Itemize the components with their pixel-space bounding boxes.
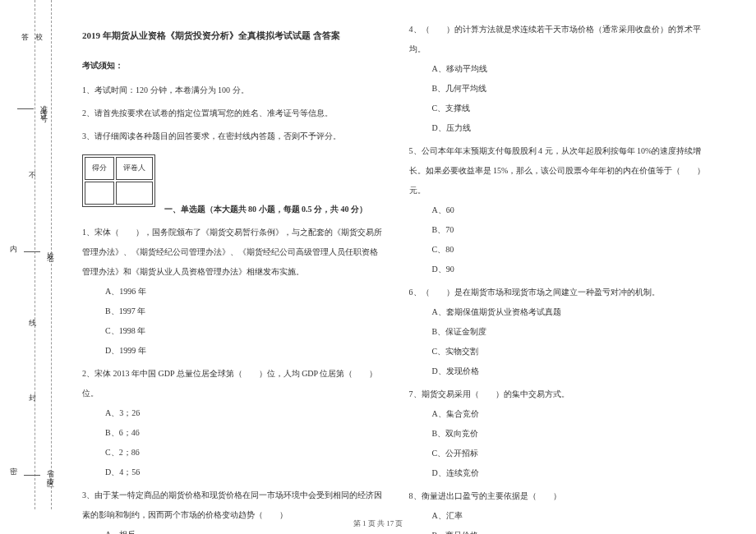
option: C、1998 年 bbox=[82, 321, 385, 341]
option: B、几何平均线 bbox=[409, 79, 712, 99]
page-body: 2019 年期货从业资格《期货投资分析》全真模拟考试试题 含答案 考试须知： 1… bbox=[0, 0, 756, 509]
underline bbox=[24, 469, 40, 476]
page-footer: 第 1 页 共 17 页 bbox=[0, 518, 756, 529]
option: A、集合竞价 bbox=[409, 404, 712, 424]
notice-line: 1、考试时间：120 分钟，本卷满分为 100 分。 bbox=[82, 81, 385, 100]
binding-sidebar: 校 答 准考证号 不 姓名 内 线 封 省（市区） 密 bbox=[8, 0, 58, 509]
side-label: 线 bbox=[29, 318, 38, 329]
notice-heading: 考试须知： bbox=[82, 56, 385, 76]
side-label-region: 省（市区） bbox=[45, 464, 56, 481]
question-stem: 1、宋体（ ），国务院颁布了《期货交易暂行条例》，与之配套的《期货交易所管理办法… bbox=[82, 223, 385, 282]
option: C、80 bbox=[409, 240, 712, 260]
question-stem: 7、期货交易采用（ ）的集中交易方式。 bbox=[409, 384, 712, 404]
question: 5、公司本年年末预期支付每股股利 4 元，从次年起股利按每年 10%的速度持续增… bbox=[409, 141, 712, 279]
side-label-exam-id: 准考证号 bbox=[39, 99, 49, 113]
option: A、60 bbox=[409, 200, 712, 220]
question: 6、（ ）是在期货市场和现货市场之间建立一种盈亏对冲的机制。 A、套期保值期货从… bbox=[409, 283, 712, 381]
side-label: 内 bbox=[10, 244, 19, 255]
question: 2、宋体 2013 年中国 GDP 总量位居全球第（ ）位，人均 GDP 位居第… bbox=[82, 364, 385, 482]
notice-line: 3、请仔细阅读各种题目的回答要求，在密封线内答题，否则不予评分。 bbox=[82, 127, 385, 146]
option: C、公开招标 bbox=[409, 444, 712, 463]
option: B、保证金制度 bbox=[409, 322, 712, 342]
option: D、连续竞价 bbox=[409, 463, 712, 483]
score-cell-blank bbox=[116, 182, 153, 205]
score-cell-label: 得分 bbox=[85, 157, 114, 180]
score-cell-blank bbox=[85, 182, 114, 205]
score-cell-label: 评卷人 bbox=[116, 157, 153, 180]
section-title: 一、单选题（本大题共 80 小题，每题 0.5 分，共 40 分） bbox=[164, 205, 368, 214]
score-table: 得分 评卷人 bbox=[82, 154, 155, 206]
option: A、3；26 bbox=[82, 403, 385, 423]
left-column: 2019 年期货从业资格《期货投资分析》全真模拟考试试题 含答案 考试须知： 1… bbox=[66, 16, 397, 505]
option: A、套期保值期货从业资格考试真题 bbox=[409, 302, 712, 322]
question: 1、宋体（ ），国务院颁布了《期货交易暂行条例》，与之配套的《期货交易所管理办法… bbox=[82, 223, 385, 361]
option: D、4；56 bbox=[82, 463, 385, 482]
underline bbox=[17, 103, 34, 109]
option: C、支撑线 bbox=[409, 99, 712, 118]
side-label: 校 bbox=[35, 32, 44, 43]
underline bbox=[24, 246, 40, 252]
option: C、实物交割 bbox=[409, 342, 712, 361]
option: C、2；86 bbox=[82, 443, 385, 463]
option: D、90 bbox=[409, 260, 712, 279]
question-stem: 4、（ ）的计算方法就是求连续若干天市场价格（通常采用收盘价）的算术平均。 bbox=[409, 20, 712, 59]
option: A、移动平均线 bbox=[409, 59, 712, 79]
question: 4、（ ）的计算方法就是求连续若干天市场价格（通常采用收盘价）的算术平均。 A、… bbox=[409, 20, 712, 138]
side-label: 密 bbox=[10, 467, 19, 477]
option: B、双向竞价 bbox=[409, 424, 712, 444]
option: D、发现价格 bbox=[409, 361, 712, 381]
option: B、6；46 bbox=[82, 423, 385, 443]
side-label: 封 bbox=[29, 393, 38, 403]
right-column: 4、（ ）的计算方法就是求连续若干天市场价格（通常采用收盘价）的算术平均。 A、… bbox=[397, 16, 724, 505]
option: A、1996 年 bbox=[82, 282, 385, 302]
side-label: 答 bbox=[21, 32, 30, 43]
question-stem: 2、宋体 2013 年中国 GDP 总量位居全球第（ ）位，人均 GDP 位居第… bbox=[82, 364, 385, 403]
exam-title: 2019 年期货从业资格《期货投资分析》全真模拟考试试题 含答案 bbox=[82, 25, 385, 46]
option: B、70 bbox=[409, 220, 712, 240]
side-label: 不 bbox=[29, 170, 38, 181]
score-section-row: 得分 评卷人 一、单选题（本大题共 80 小题，每题 0.5 分，共 40 分） bbox=[82, 150, 385, 219]
side-label-name: 姓名 bbox=[45, 246, 56, 252]
option: B、1997 年 bbox=[82, 302, 385, 321]
notice-line: 2、请首先按要求在试卷的指定位置填写您的姓名、准考证号等信息。 bbox=[82, 104, 385, 123]
question-stem: 5、公司本年年末预期支付每股股利 4 元，从次年起股利按每年 10%的速度持续增… bbox=[409, 141, 712, 200]
option: D、压力线 bbox=[409, 118, 712, 138]
question: 7、期货交易采用（ ）的集中交易方式。 A、集合竞价 B、双向竞价 C、公开招标… bbox=[409, 384, 712, 483]
question-stem: 8、衡量进出口盈亏的主要依据是（ ） bbox=[409, 486, 712, 506]
question-stem: 6、（ ）是在期货市场和现货市场之间建立一种盈亏对冲的机制。 bbox=[409, 283, 712, 302]
option: D、1999 年 bbox=[82, 341, 385, 361]
